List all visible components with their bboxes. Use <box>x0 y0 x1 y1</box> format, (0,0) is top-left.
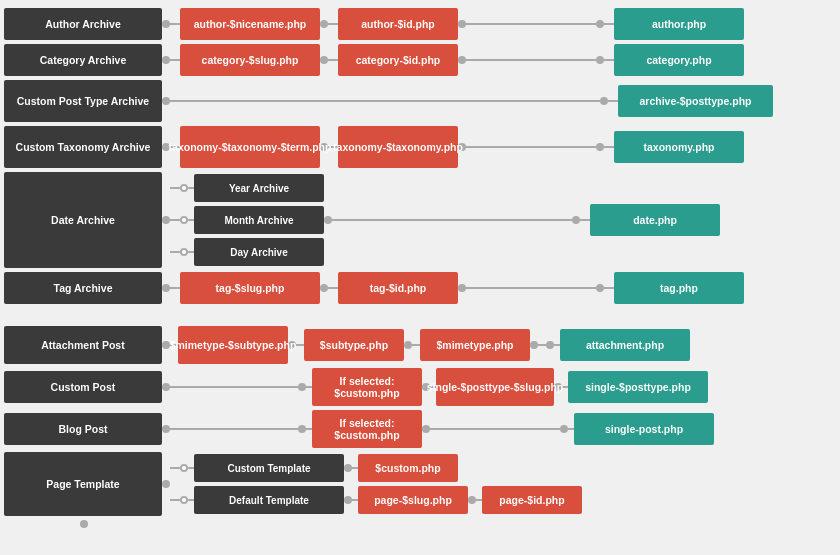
node-month-archive: Month Archive <box>194 206 324 234</box>
node-author-id: author-$id.php <box>338 8 458 40</box>
node-custom-template: Custom Template <box>194 454 344 482</box>
dot1 <box>162 56 170 64</box>
node-category-slug: category-$slug.php <box>180 44 320 76</box>
line <box>604 59 614 61</box>
divider <box>4 306 836 322</box>
dot4 <box>596 143 604 151</box>
line <box>170 251 180 253</box>
line <box>604 146 614 148</box>
dot1 <box>162 284 170 292</box>
node-single-post: single-post.php <box>574 413 714 445</box>
dot3 <box>458 284 466 292</box>
line <box>466 287 596 289</box>
dot4 <box>596 284 604 292</box>
dot4 <box>530 341 538 349</box>
dot3 <box>458 56 466 64</box>
dot3 <box>422 425 430 433</box>
label-tag-archive: Tag Archive <box>4 272 162 304</box>
node-taxonomy-taxonomy: taxonomy-$taxonomy.php <box>338 126 458 168</box>
dot3 <box>458 20 466 28</box>
dot2 <box>298 425 306 433</box>
dot-custom <box>180 464 188 472</box>
line <box>412 344 420 346</box>
line <box>332 219 572 221</box>
dot-default <box>180 496 188 504</box>
dot-bottom <box>80 520 88 528</box>
branch-date: Year Archive Month Archive Day Archive <box>170 172 324 268</box>
row-page-template: Page Template Custom Template $custom.ph… <box>4 452 836 516</box>
line <box>170 467 180 469</box>
node-mimetype-subtype: $mimetype-$subtype.php <box>178 326 288 364</box>
line <box>538 344 546 346</box>
dot1 <box>162 216 170 224</box>
node-tag-slug: tag-$slug.php <box>180 272 320 304</box>
label-custom-post: Custom Post <box>4 371 162 403</box>
label-attachment-post: Attachment Post <box>4 326 162 364</box>
dot2 <box>320 56 328 64</box>
node-single-posttype-slug: single-$posttype-$slug.php <box>436 368 554 406</box>
node-category-php: category.php <box>614 44 744 76</box>
dot-teal <box>572 216 580 224</box>
row-custom-post: Custom Post If selected: $custom.php sin… <box>4 368 836 406</box>
line <box>296 344 304 346</box>
dot4 <box>596 20 604 28</box>
line <box>170 287 180 289</box>
row-custom-post-type: Custom Post Type Archive archive-$postty… <box>4 80 836 122</box>
node-taxonomy-term: taxonomy-$taxonomy-$term.php <box>180 126 320 168</box>
node-attachment-php: attachment.php <box>560 329 690 361</box>
line <box>170 499 180 501</box>
branch-page: Custom Template $custom.php Default Temp… <box>170 452 582 516</box>
dot2 <box>320 20 328 28</box>
row-author-archive: Author Archive author-$nicename.php auth… <box>4 8 836 40</box>
node-category-id: category-$id.php <box>338 44 458 76</box>
dot1 <box>162 383 170 391</box>
node-custom-post-custom: If selected: $custom.php <box>312 368 422 406</box>
node-default-template: Default Template <box>194 486 344 514</box>
node-author-nicename: author-$nicename.php <box>180 8 320 40</box>
line <box>328 59 338 61</box>
label-author-archive: Author Archive <box>4 8 162 40</box>
label-date-archive: Date Archive <box>4 172 162 268</box>
dot-year <box>180 184 188 192</box>
line <box>604 287 614 289</box>
line <box>328 23 338 25</box>
node-date-php: date.php <box>590 204 720 236</box>
node-day-archive: Day Archive <box>194 238 324 266</box>
line <box>170 23 180 25</box>
row-category-archive: Category Archive category-$slug.php cate… <box>4 44 836 76</box>
line <box>170 187 180 189</box>
label-page-template: Page Template <box>4 452 162 516</box>
label-custom-post-type: Custom Post Type Archive <box>4 80 162 122</box>
node-blog-custom: If selected: $custom.php <box>312 410 422 448</box>
line <box>580 219 590 221</box>
diagram: Author Archive author-$nicename.php auth… <box>0 0 840 536</box>
dot5 <box>546 341 554 349</box>
node-tag-id: tag-$id.php <box>338 272 458 304</box>
row-bottom <box>4 520 836 528</box>
node-subtype: $subtype.php <box>304 329 404 361</box>
dot2 <box>320 284 328 292</box>
dot-month <box>180 216 188 224</box>
node-archive-posttype: archive-$posttype.php <box>618 85 773 117</box>
dot-d2 <box>344 496 352 504</box>
node-single-posttype: single-$posttype.php <box>568 371 708 403</box>
row-blog-post: Blog Post If selected: $custom.php singl… <box>4 410 836 448</box>
dot-d3 <box>468 496 476 504</box>
dot2 <box>600 97 608 105</box>
dot1 <box>162 425 170 433</box>
dot-end <box>324 216 332 224</box>
line <box>170 59 180 61</box>
node-mimetype: $mimetype.php <box>420 329 530 361</box>
line <box>170 100 600 102</box>
dot1 <box>162 480 170 488</box>
node-year-archive: Year Archive <box>194 174 324 202</box>
node-taxonomy-php: taxonomy.php <box>614 131 744 163</box>
row-custom-taxonomy: Custom Taxonomy Archive taxonomy-$taxono… <box>4 126 836 168</box>
dot4 <box>596 56 604 64</box>
line <box>466 23 596 25</box>
row-attachment-post: Attachment Post $mimetype-$subtype.php $… <box>4 326 836 364</box>
dot2 <box>298 383 306 391</box>
node-page-id: page-$id.php <box>482 486 582 514</box>
line <box>170 428 298 430</box>
dot1 <box>162 97 170 105</box>
